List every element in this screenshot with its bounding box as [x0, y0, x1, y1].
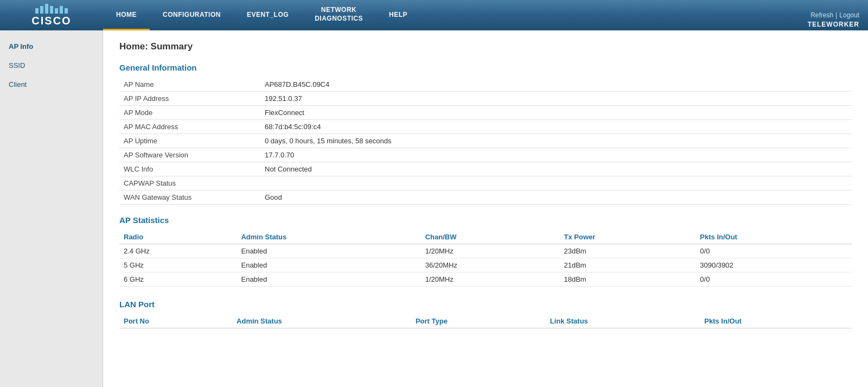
table-row: AP ModeFlexConnect	[119, 106, 852, 120]
table-row: AP Software Version17.7.0.70	[119, 148, 852, 162]
table-row: AP NameAP687D.B45C.09C4	[119, 78, 852, 92]
table-row: AP IP Address192.51.0.37	[119, 92, 852, 106]
nav-event-log[interactable]: EVENT_LOG	[234, 0, 302, 30]
column-header: Radio	[119, 230, 237, 244]
svg-rect-5	[60, 6, 63, 14]
info-label: AP IP Address	[119, 92, 260, 106]
teleworker-badge: TELEWORKER	[808, 21, 859, 28]
general-info-heading: General Information	[119, 63, 852, 72]
svg-rect-6	[65, 8, 68, 14]
column-header: Link Status	[546, 314, 700, 328]
info-value: 68:7d:b4:5c:09:c4	[260, 120, 852, 134]
column-header: Tx Power	[559, 230, 695, 244]
column-header: Pkts In/Out	[700, 314, 852, 328]
table-row: 6 GHzEnabled1/20MHz18dBm0/0	[119, 272, 852, 287]
page-title: Home: Summary	[119, 41, 852, 52]
main-content: Home: Summary General Information AP Nam…	[103, 30, 868, 387]
table-cell: 1/20MHz	[421, 272, 560, 287]
lan-port-heading: LAN Port	[119, 300, 852, 309]
table-cell: 18dBm	[559, 272, 695, 287]
info-value: 0 days, 0 hours, 15 minutes, 58 seconds	[260, 134, 852, 148]
info-value: FlexConnect	[260, 106, 852, 120]
nav-bar: HOME CONFIGURATION EVENT_LOG NETWORK DIA…	[103, 0, 802, 30]
column-header: Port Type	[411, 314, 546, 328]
info-label: WAN Gateway Status	[119, 191, 260, 205]
info-value: AP687D.B45C.09C4	[260, 78, 852, 92]
cisco-logo-text: CISCO	[31, 15, 71, 27]
logo-area: CISCO	[0, 0, 103, 30]
sidebar: AP Info SSID Client	[0, 30, 103, 387]
table-row: WLC InfoNot Connected	[119, 162, 852, 176]
column-header: Pkts In/Out	[695, 230, 852, 244]
nav-network-diagnostics[interactable]: NETWORK DIAGNOSTICS	[302, 0, 376, 30]
ap-statistics-table: RadioAdmin StatusChan/BWTx PowerPkts In/…	[119, 230, 852, 287]
info-label: AP Uptime	[119, 134, 260, 148]
sidebar-item-client[interactable]: Client	[0, 75, 103, 94]
header: CISCO HOME CONFIGURATION EVENT_LOG NETWO…	[0, 0, 868, 30]
table-cell: 6 GHz	[119, 272, 237, 287]
table-cell: 3090/3902	[695, 258, 852, 272]
cisco-logo: CISCO	[31, 4, 71, 27]
table-row: WAN Gateway StatusGood	[119, 191, 852, 205]
column-header: Admin Status	[232, 314, 411, 328]
cisco-dots	[35, 4, 68, 15]
info-label: AP Name	[119, 78, 260, 92]
table-cell: Enabled	[237, 272, 420, 287]
info-label: WLC Info	[119, 162, 260, 176]
table-cell: 5 GHz	[119, 258, 237, 272]
main-layout: AP Info SSID Client Home: Summary Genera…	[0, 30, 868, 387]
sidebar-item-ap-info[interactable]: AP Info	[0, 37, 103, 56]
nav-help[interactable]: HELP	[376, 0, 420, 30]
table-cell: Enabled	[237, 244, 420, 258]
svg-rect-2	[45, 4, 48, 14]
general-info-table: AP NameAP687D.B45C.09C4AP IP Address192.…	[119, 78, 852, 205]
info-value: 17.7.0.70	[260, 148, 852, 162]
info-label: AP Software Version	[119, 148, 260, 162]
column-header: Admin Status	[237, 230, 420, 244]
table-cell: 23dBm	[559, 244, 695, 258]
info-value	[260, 176, 852, 191]
table-row: CAPWAP Status	[119, 176, 852, 191]
info-value: Good	[260, 191, 852, 205]
table-cell: 0/0	[695, 244, 852, 258]
svg-rect-3	[50, 6, 53, 14]
table-cell: 36/20MHz	[421, 258, 560, 272]
lan-port-table: Port NoAdmin StatusPort TypeLink StatusP…	[119, 314, 852, 328]
info-label: CAPWAP Status	[119, 176, 260, 191]
table-cell: 1/20MHz	[421, 244, 560, 258]
table-row: 5 GHzEnabled36/20MHz21dBm3090/3902	[119, 258, 852, 272]
nav-home[interactable]: HOME	[103, 0, 150, 30]
info-value: Not Connected	[260, 162, 852, 176]
nav-configuration[interactable]: CONFIGURATION	[150, 0, 234, 30]
table-cell: 0/0	[695, 272, 852, 287]
table-row: 2.4 GHzEnabled1/20MHz23dBm0/0	[119, 244, 852, 258]
svg-rect-4	[55, 8, 58, 14]
column-header: Port No	[119, 314, 232, 328]
svg-rect-0	[35, 8, 39, 14]
table-cell: Enabled	[237, 258, 420, 272]
info-label: AP Mode	[119, 106, 260, 120]
table-row: AP Uptime0 days, 0 hours, 15 minutes, 58…	[119, 134, 852, 148]
info-label: AP MAC Address	[119, 120, 260, 134]
sidebar-item-ssid[interactable]: SSID	[0, 56, 103, 75]
refresh-link[interactable]: Refresh	[810, 11, 833, 19]
info-value: 192.51.0.37	[260, 92, 852, 106]
ap-statistics-heading: AP Statistics	[119, 215, 852, 225]
table-row: AP MAC Address68:7d:b4:5c:09:c4	[119, 120, 852, 134]
logout-link[interactable]: Logout	[839, 11, 859, 19]
svg-rect-1	[40, 6, 43, 14]
table-cell: 21dBm	[559, 258, 695, 272]
table-cell: 2.4 GHz	[119, 244, 237, 258]
column-header: Chan/BW	[421, 230, 560, 244]
